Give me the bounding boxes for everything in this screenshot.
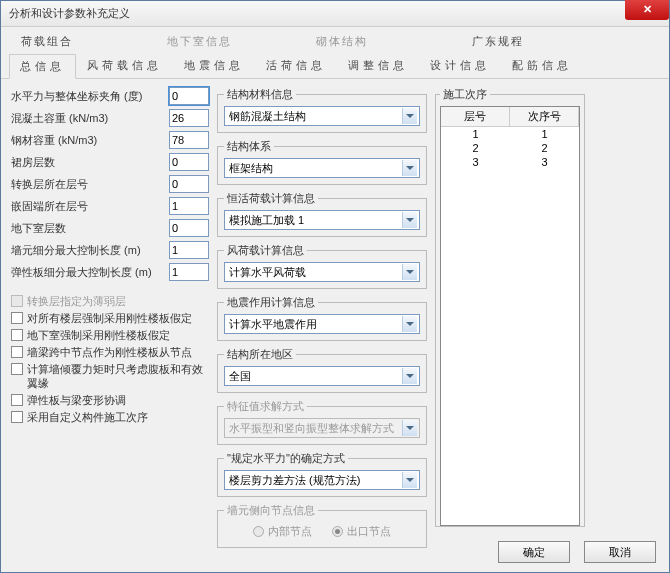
col-floor: 层号 — [441, 107, 510, 127]
seq-table[interactable]: 层号次序号 11 22 33 — [440, 106, 580, 526]
chk-wallbeam-node-label: 墙梁跨中节点作为刚性楼板从节点 — [27, 345, 192, 359]
tab-guangdong[interactable]: 广东规程 — [460, 31, 536, 52]
chk-custom-seq-label: 采用自定义构件施工次序 — [27, 410, 148, 424]
region-select[interactable]: 全国 — [224, 366, 420, 386]
ok-button[interactable]: 确定 — [498, 541, 570, 563]
tab-live[interactable]: 活荷信息 — [255, 53, 337, 78]
tab-wind[interactable]: 风荷载信息 — [76, 53, 173, 78]
table-row: 11 — [441, 127, 579, 141]
material-legend: 结构材料信息 — [224, 87, 296, 102]
hforce-select[interactable]: 楼层剪力差方法 (规范方法) — [224, 470, 420, 490]
cancel-button[interactable]: 取消 — [584, 541, 656, 563]
seismic-legend: 地震作用计算信息 — [224, 295, 318, 310]
tab-masonry[interactable]: 砌体结构 — [304, 31, 380, 52]
material-select[interactable]: 钢筋混凝土结构 — [224, 106, 420, 126]
region-legend: 结构所在地区 — [224, 347, 296, 362]
chk-elastic-beam[interactable] — [11, 394, 23, 406]
chk-rigid-all[interactable] — [11, 312, 23, 324]
podium-label: 裙房层数 — [11, 155, 169, 170]
tab-row-upper: 荷载组合 地下室信息 砌体结构 广东规程 — [1, 27, 669, 53]
close-button[interactable]: ✕ — [625, 0, 669, 20]
steel-weight-label: 钢材容重 (kN/m3) — [11, 133, 169, 148]
radio-icon — [253, 526, 264, 537]
tab-seismic[interactable]: 地震信息 — [173, 53, 255, 78]
chk-rigid-all-label: 对所有楼层强制采用刚性楼板假定 — [27, 311, 192, 325]
transfer-input[interactable] — [169, 175, 209, 193]
concrete-weight-label: 混凝土容重 (kN/m3) — [11, 111, 169, 126]
steel-weight-input[interactable] — [169, 131, 209, 149]
deadlive-select[interactable]: 模拟施工加载 1 — [224, 210, 420, 230]
chk-overturn[interactable] — [11, 363, 23, 375]
chevron-down-icon — [402, 420, 417, 436]
transfer-label: 转换层所在层号 — [11, 177, 169, 192]
chk-overturn-label: 计算墙倾覆力矩时只考虑腹板和有效翼缘 — [27, 362, 209, 390]
window-title: 分析和设计参数补充定义 — [5, 6, 130, 21]
chk-elastic-beam-label: 弹性板与梁变形协调 — [27, 393, 126, 407]
wallsub-label: 墙元细分最大控制长度 (m) — [11, 243, 169, 258]
chk-wallbeam-node[interactable] — [11, 346, 23, 358]
basement-input[interactable] — [169, 219, 209, 237]
chevron-down-icon — [402, 316, 417, 332]
titlebar: 分析和设计参数补充定义 ✕ — [1, 1, 669, 27]
chk-rigid-basement-label: 地下室强制采用刚性楼板假定 — [27, 328, 170, 342]
wind-legend: 风荷载计算信息 — [224, 243, 307, 258]
chevron-down-icon — [402, 368, 417, 384]
tab-adjust[interactable]: 调整信息 — [337, 53, 419, 78]
slabsub-label: 弹性板细分最大控制长度 (m) — [11, 265, 169, 280]
angle-input[interactable] — [169, 87, 209, 105]
eigen-select: 水平振型和竖向振型整体求解方式 — [224, 418, 420, 438]
embed-input[interactable] — [169, 197, 209, 215]
podium-input[interactable] — [169, 153, 209, 171]
angle-label: 水平力与整体坐标夹角 (度) — [11, 89, 169, 104]
tab-design[interactable]: 设计信息 — [419, 53, 501, 78]
chevron-down-icon — [402, 108, 417, 124]
chk-custom-seq[interactable] — [11, 411, 23, 423]
system-legend: 结构体系 — [224, 139, 274, 154]
tab-basement-info[interactable]: 地下室信息 — [155, 31, 244, 52]
wind-select[interactable]: 计算水平风荷载 — [224, 262, 420, 282]
table-row: 33 — [441, 155, 579, 169]
chevron-down-icon — [402, 212, 417, 228]
chk-weak-transfer — [11, 295, 23, 307]
col-seq: 次序号 — [510, 107, 579, 127]
radio-inner: 内部节点 — [253, 524, 312, 539]
system-select[interactable]: 框架结构 — [224, 158, 420, 178]
tab-general[interactable]: 总信息 — [9, 54, 76, 79]
table-row: 22 — [441, 141, 579, 155]
basement-label: 地下室层数 — [11, 221, 169, 236]
embed-label: 嵌固端所在层号 — [11, 199, 169, 214]
radio-icon — [332, 526, 343, 537]
tab-load-combo[interactable]: 荷载组合 — [9, 31, 85, 52]
radio-outer: 出口节点 — [332, 524, 391, 539]
chevron-down-icon — [402, 264, 417, 280]
concrete-weight-input[interactable] — [169, 109, 209, 127]
tab-row-lower: 总信息 风荷载信息 地震信息 活荷信息 调整信息 设计信息 配筋信息 — [1, 53, 669, 79]
chevron-down-icon — [402, 160, 417, 176]
eigen-legend: 特征值求解方式 — [224, 399, 307, 414]
deadlive-legend: 恒活荷载计算信息 — [224, 191, 318, 206]
hforce-legend: "规定水平力"的确定方式 — [224, 451, 348, 466]
chevron-down-icon — [402, 472, 417, 488]
wallnode-legend: 墙元侧向节点信息 — [224, 503, 318, 518]
seismic-select[interactable]: 计算水平地震作用 — [224, 314, 420, 334]
chk-rigid-basement[interactable] — [11, 329, 23, 341]
seq-legend: 施工次序 — [440, 87, 490, 102]
slabsub-input[interactable] — [169, 263, 209, 281]
wallsub-input[interactable] — [169, 241, 209, 259]
chk-weak-transfer-label: 转换层指定为薄弱层 — [27, 294, 126, 308]
tab-rebar[interactable]: 配筋信息 — [501, 53, 583, 78]
